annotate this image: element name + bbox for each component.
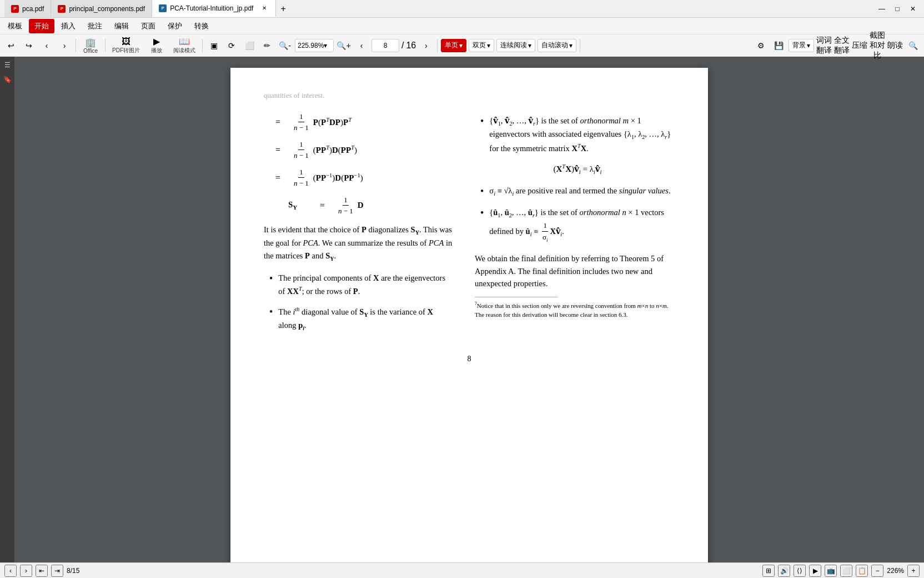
page-view-annotate[interactable]: ✏ [259,38,275,53]
sep-1 [76,39,76,52]
page-number: 8 [264,353,675,365]
single-page-button[interactable]: 单页▾ [441,39,466,52]
menu-insert[interactable]: 插入 [56,19,81,33]
maximize-button[interactable]: □ [891,2,904,16]
status-icon-1[interactable]: ⊞ [762,565,775,577]
sep-2 [105,39,106,52]
tab-close-button[interactable]: ✕ [260,4,269,13]
rbullet-3: • {û1, û2, …, ûr} is the set of orthonor… [480,206,675,243]
auto-scroll-button[interactable]: 自动滚动▾ [538,39,576,52]
read-mode-button[interactable]: 📖 阅读模式 [170,36,199,56]
zoom-display[interactable]: 225.98% ▾ [295,39,334,52]
minimize-button[interactable]: — [875,2,888,16]
sep-3 [202,39,203,52]
new-tab-button[interactable]: + [276,0,290,17]
zoom-minus-status[interactable]: − [871,565,883,577]
statusbar: ‹ › ⇤ ⇥ 8/15 ⊞ 🔊 ⟨⟩ ▶ 📺 ⬜ 📋 − 226% + [0,562,924,578]
tab-principal-pdf[interactable]: P principal_components.pdf [51,0,152,17]
continuous-read-button[interactable]: 连续阅读▾ [496,39,535,52]
play-button[interactable]: ▶ 播放 [145,36,168,56]
redo-button[interactable]: ↪ [21,38,37,53]
rbullet-1: • {v̂1, v̂2, …, v̂r} is the set of ortho… [480,114,675,155]
double-page-button[interactable]: 双页▾ [469,39,494,52]
menu-start[interactable]: 开始 [29,19,54,33]
pdf-image-label: PDF转图片 [112,47,140,54]
menu-convert[interactable]: 转换 [189,19,214,33]
pdf-page: quantities of interest. = 1 n − 1 P(PTDP… [230,68,708,568]
status-icon-2[interactable]: 🔊 [778,565,790,577]
zoom-dropdown-icon: ▾ [324,42,327,49]
equation-1: = 1 n − 1 P(PTDP)PT [264,111,453,133]
word-translate-button[interactable]: 词词翻译 [816,38,832,53]
page-view-1[interactable]: ▣ [206,38,222,53]
status-next-button[interactable]: › [20,565,32,577]
bullet-text-2: The ith diagonal value of SY is the vari… [278,305,453,333]
equation-4: SY = 1 n − 1 D [264,195,453,217]
undo-button[interactable]: ↩ [3,38,19,53]
office-label: Office [83,48,98,54]
office-button[interactable]: 🏢 Office [79,36,102,56]
status-icon-6[interactable]: ⬜ [840,565,852,577]
pdf-to-image-button[interactable]: 🖼 PDF转图片 [109,36,143,56]
double-page-label: 双页 [473,41,486,50]
eq1-equals: = [264,116,280,129]
status-last-button[interactable]: ⇥ [51,565,63,577]
page-view-rotate[interactable]: ⟳ [224,38,239,53]
play-icon: ▶ [153,36,160,47]
toolbar: ↩ ↪ ‹ › 🏢 Office 🖼 PDF转图片 ▶ 播放 📖 阅读模式 ▣ … [0,34,924,57]
frac-2: 1 n − 1 [293,139,310,161]
bullet-text-1: The principal components of X are the ei… [278,272,453,297]
zoom-out-button[interactable]: 🔍- [277,38,293,53]
status-icon-5[interactable]: 📺 [825,565,837,577]
pdf-viewer[interactable]: quantities of interest. = 1 n − 1 P(PTDP… [14,57,924,578]
footnote-line [475,297,558,297]
close-button[interactable]: ✕ [906,2,920,16]
eq1-rhs: 1 n − 1 P(PTDP)PT [292,111,351,133]
status-page-info: 8/15 [67,567,79,575]
zoom-plus-status[interactable]: + [907,565,920,577]
tab-pca-pdf[interactable]: P pca.pdf [4,0,51,17]
compress-button[interactable]: 压缩 [852,38,867,53]
next-page-button[interactable]: › [418,38,434,53]
status-zoom: 226% [887,567,904,575]
status-icon-4[interactable]: ▶ [809,565,821,577]
full-translate-button[interactable]: 全文翻译 [834,38,850,53]
status-icon-3[interactable]: ⟨⟩ [794,565,806,577]
read-icon: 📖 [179,36,190,47]
screenshot-button[interactable]: 截图和对比 [870,38,885,53]
rbullet-2: • σi ≡ √λi are positive real and termed … [480,185,675,198]
tab-pca-tutorial-pdf[interactable]: P PCA-Tutorial-Intuition_jp.pdf ✕ [152,0,276,17]
settings-button[interactable]: ⚙ [753,38,769,53]
menu-page[interactable]: 页面 [135,19,161,33]
read-aloud-button[interactable]: 朗读 [887,38,903,53]
eq2-equals: = [264,143,280,157]
sidebar-btn-2[interactable]: 🔖 [1,73,13,86]
eq3-equals: = [264,171,280,185]
page-view-fit[interactable]: ⬜ [242,38,257,53]
zoom-in-button[interactable]: 🔍+ [336,38,351,53]
menubar: 模板 开始 插入 批注 编辑 页面 保护 转换 [0,18,924,34]
menu-edit[interactable]: 编辑 [109,19,134,33]
auto-scroll-label: 自动滚动 [541,41,568,50]
status-prev-button[interactable]: ‹ [4,565,17,577]
save-button[interactable]: 💾 [771,38,786,53]
page-input[interactable] [371,39,399,52]
bullet-2: • The ith diagonal value of SY is the va… [269,305,453,333]
sidebar-btn-1[interactable]: ☰ [1,59,13,71]
status-first-button[interactable]: ⇤ [36,565,48,577]
prev-page-button[interactable]: ‹ [354,38,369,53]
status-icon-7[interactable]: 📋 [856,565,868,577]
background-button[interactable]: 背景▾ [789,39,814,52]
bullet-list-left: • The principal components of X are the … [264,272,453,333]
find-button[interactable]: 🔍 [905,38,921,53]
rbullet-text-3: {û1, û2, …, ûr} is the set of orthonorma… [489,206,675,243]
bullet-dot-1: • [269,272,273,297]
menu-comment[interactable]: 批注 [82,19,108,33]
menu-protect[interactable]: 保护 [162,19,188,33]
page-total: 16 [406,41,416,51]
menu-template[interactable]: 模板 [2,19,28,33]
eq3-terms: (PP−1)D(PP−1) [313,171,363,185]
main-area: ☰ 🔖 quantities of interest. = 1 n − 1 [0,57,924,578]
nav-back-button[interactable]: ‹ [39,38,54,53]
nav-forward-button[interactable]: › [57,38,72,53]
